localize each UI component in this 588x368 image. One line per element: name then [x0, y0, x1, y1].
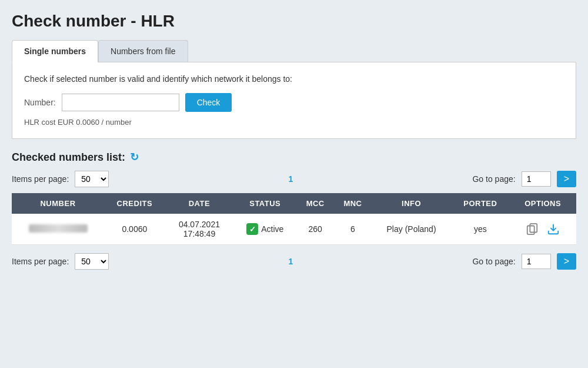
table-row: 0.0060 04.07.2021 17:48:49 ✓ Active 260 …: [12, 214, 576, 245]
status-label: Active: [261, 224, 283, 234]
page-number-bottom: 1: [115, 257, 466, 266]
cell-mcc: 260: [296, 214, 334, 245]
tabs-bar: Single numbers Numbers from file: [12, 40, 576, 62]
per-page-select-top[interactable]: 50 25 100: [75, 171, 109, 187]
goto-btn-bottom[interactable]: >: [557, 253, 576, 270]
cell-date: 04.07.2021 17:48:49: [165, 214, 234, 245]
col-date: DATE: [165, 193, 234, 214]
tab-numbers-from-file[interactable]: Numbers from file: [98, 40, 188, 62]
goto-btn-top[interactable]: >: [557, 171, 576, 187]
number-input-row: Number: Check: [24, 93, 564, 112]
items-per-page-label-top: Items per page:: [12, 174, 69, 184]
pagination-bottom: Items per page: 50 25 100 1 Go to page: …: [12, 253, 576, 270]
cell-mnc: 6: [334, 214, 372, 245]
col-ported: PORTED: [451, 193, 509, 214]
page-title: Check number - HLR: [12, 12, 576, 31]
results-title-text: Checked numbers list:: [12, 151, 125, 164]
form-description: Check if selected number is valid and id…: [24, 74, 564, 84]
download-icon[interactable]: [545, 221, 562, 237]
goto-input-bottom[interactable]: [522, 254, 551, 269]
col-info: INFO: [372, 193, 451, 214]
cell-options: [509, 214, 576, 245]
main-card: Check if selected number is valid and id…: [12, 62, 576, 139]
refresh-icon[interactable]: ↻: [130, 151, 139, 164]
copy-icon[interactable]: [524, 221, 540, 237]
col-status: STATUS: [233, 193, 296, 214]
col-mcc: MCC: [296, 193, 334, 214]
cell-info: Play (Poland): [372, 214, 451, 245]
svg-rect-1: [527, 226, 534, 235]
check-button[interactable]: Check: [185, 93, 232, 112]
goto-label-bottom: Go to page:: [472, 257, 515, 266]
status-check-icon: ✓: [246, 223, 258, 235]
table-header-row: NUMBER CREDITS DATE STATUS MCC MNC INFO …: [12, 193, 576, 214]
number-input[interactable]: [62, 94, 179, 111]
cell-number: [12, 214, 104, 245]
goto-input-top[interactable]: [522, 171, 551, 187]
pagination-top: Items per page: 50 25 100 1 Go to page: …: [12, 171, 576, 187]
cell-credits: 0.0060: [104, 214, 165, 245]
cost-note: HLR cost EUR 0.0060 / number: [24, 118, 564, 127]
per-page-select-bottom[interactable]: 50 25 100: [75, 253, 109, 270]
number-label: Number:: [24, 98, 56, 107]
status-badge: ✓ Active: [246, 223, 283, 235]
col-credits: CREDITS: [104, 193, 165, 214]
tab-single-numbers[interactable]: Single numbers: [12, 40, 98, 62]
goto-label-top: Go to page:: [472, 174, 515, 184]
items-per-page-label-bottom: Items per page:: [12, 257, 69, 266]
results-section-title: Checked numbers list: ↻: [12, 151, 576, 164]
cell-date-line1: 04.07.2021: [179, 220, 220, 229]
page-number-top: 1: [115, 174, 466, 184]
col-mnc: MNC: [334, 193, 372, 214]
results-table: NUMBER CREDITS DATE STATUS MCC MNC INFO …: [12, 193, 576, 245]
cell-status: ✓ Active: [233, 214, 296, 245]
col-number: NUMBER: [12, 193, 104, 214]
cell-date-line2: 17:48:49: [183, 229, 216, 238]
svg-rect-0: [530, 224, 537, 233]
cell-ported: yes: [451, 214, 509, 245]
col-options: OPTIONS: [509, 193, 576, 214]
